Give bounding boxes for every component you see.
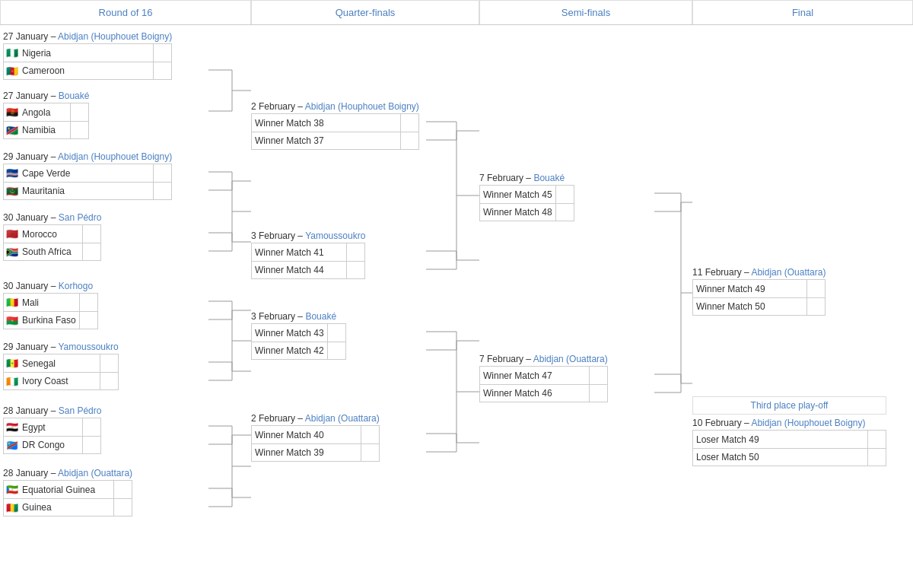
- morocco-flag: 🇲🇦: [4, 228, 19, 240]
- third-place-team1-name: Loser Match 49: [693, 434, 867, 445]
- qf-top-score1: [400, 114, 418, 132]
- r16-match42-score2: [100, 373, 118, 389]
- qf-match4-team1: Winner Match 40: [251, 425, 380, 443]
- angola-flag: 🇦🇴: [4, 106, 19, 118]
- third-place-team2-name: Loser Match 50: [693, 452, 867, 462]
- r16-match43-score1: [79, 294, 97, 311]
- r16-match40-team2: 🇨🇩 DR Congo: [3, 436, 101, 454]
- r16-match44-score2: [82, 243, 100, 260]
- qf-match2-team2: Winner Match 44: [251, 261, 365, 279]
- r16-match37: 🇳🇬 Nigeria 🇨🇲 Cameroon: [3, 43, 172, 80]
- r16-match40-date: 28 January – San Pédro 🇪🇬 Egypt 🇨🇩 DR Co…: [3, 405, 101, 454]
- header-qf: Quarter-finals: [251, 0, 479, 24]
- sf-match1-score1: [555, 186, 574, 203]
- final-date: 11 February – Abidjan (Ouattara) Winner …: [692, 267, 826, 316]
- r16-match39-date: 28 January – Abidjan (Ouattara) 🇬🇶 Equat…: [3, 468, 132, 516]
- third-place-score1: [867, 431, 886, 448]
- qf-top-team2: Winner Match 37: [251, 132, 419, 150]
- r16-match43-team1: 🇲🇱 Mali: [3, 293, 98, 311]
- r16-match42-date: 29 January – Yamoussoukro 🇸🇳 Senegal 🇨🇮 …: [3, 342, 119, 390]
- r16-match41-team1: 🇨🇻 Cape Verde: [3, 164, 172, 182]
- header-r16: Round of 16: [0, 0, 251, 24]
- senegal-flag: 🇸🇳: [4, 358, 19, 369]
- qf-match3-team2: Winner Match 42: [251, 342, 346, 360]
- final-team1-name: Winner Match 49: [693, 284, 806, 294]
- qf-match2-score2: [346, 262, 364, 278]
- qf-top-score2: [400, 132, 418, 149]
- r16-match38-score2: [70, 122, 88, 138]
- r16-match38-team2: 🇳🇦 Namibia: [3, 121, 89, 139]
- r16-match40-team1: 🇪🇬 Egypt: [3, 418, 101, 436]
- ivorycoast-flag: 🇨🇮: [4, 376, 19, 387]
- third-place-score2: [867, 449, 886, 466]
- r16-match38-date: 27 January – Bouaké 🇦🇴 Angola 🇳🇦 Namibia: [3, 91, 89, 139]
- final-team2-name: Winner Match 50: [693, 301, 806, 312]
- r16-match41-date: 29 January – Abidjan (Houphouet Boigny) …: [3, 151, 172, 200]
- mauritania-flag: 🇲🇷: [4, 186, 19, 197]
- r16-match42-score1: [100, 354, 118, 372]
- r16-match39-team1: 🇬🇶 Equatorial Guinea: [3, 480, 132, 498]
- qf-match3-team2-name: Winner Match 42: [252, 345, 327, 356]
- bracket-body: 27 January – Abidjan (Houphouet Boigny) …: [0, 25, 913, 588]
- qf-top-team1-name: Winner Match 38: [252, 118, 400, 129]
- r16-match44-date: 30 January – San Pédro 🇲🇦 Morocco 🇿🇦 Sou…: [3, 212, 101, 261]
- qf-match2-score1: [346, 243, 364, 261]
- sf-match1-date: 7 February – Bouaké Winner Match 45 Winn…: [479, 173, 574, 221]
- r16-match37-team1: 🇳🇬 Nigeria: [3, 43, 172, 62]
- qf-match-top-date: 2 February – Abidjan (Houphouet Boigny) …: [251, 101, 419, 150]
- r16-match41: 🇨🇻 Cape Verde 🇲🇷 Mauritania: [3, 164, 172, 200]
- r16-match44-team2-name: South Africa: [19, 246, 82, 257]
- r16-match37-team2-name: Cameroon: [19, 65, 153, 76]
- r16-match40: 🇪🇬 Egypt 🇨🇩 DR Congo: [3, 418, 101, 454]
- qf-match2-team1: Winner Match 41: [251, 243, 365, 261]
- sf-match1: Winner Match 45 Winner Match 48: [479, 185, 574, 221]
- r16-match41-team2-name: Mauritania: [19, 186, 153, 196]
- sf-match2-score1: [589, 367, 607, 384]
- third-place-match: Loser Match 49 Loser Match 50: [692, 430, 886, 466]
- nigeria-flag: 🇳🇬: [4, 47, 19, 59]
- bracket-container: Round of 16 Quarter-finals Semi-finals F…: [0, 0, 913, 588]
- qf-match4-team2-name: Winner Match 39: [252, 447, 361, 458]
- r16-match40-team2-name: DR Congo: [19, 440, 82, 450]
- r16-match44-score1: [82, 225, 100, 243]
- sf-match1-team2-name: Winner Match 48: [480, 207, 555, 218]
- r16-match44-team1: 🇲🇦 Morocco: [3, 224, 101, 243]
- sf-match1-score2: [555, 204, 574, 221]
- qf-match4-team2: Winner Match 39: [251, 443, 380, 462]
- r16-match38: 🇦🇴 Angola 🇳🇦 Namibia: [3, 103, 89, 139]
- qf-match2-team2-name: Winner Match 44: [252, 265, 346, 275]
- qf-match3-team1-name: Winner Match 43: [252, 328, 327, 338]
- r16-match37-date: 27 January – Abidjan (Houphouet Boigny) …: [3, 31, 172, 80]
- r16-match42: 🇸🇳 Senegal 🇨🇮 Ivory Coast: [3, 354, 119, 390]
- r16-match39-team2-name: Guinea: [19, 502, 113, 513]
- r16-match40-score2: [82, 437, 100, 453]
- sf-match2-team2: Winner Match 46: [479, 384, 608, 402]
- header-final: Final: [692, 0, 913, 24]
- qf-match4: Winner Match 40 Winner Match 39: [251, 425, 380, 462]
- r16-match42-team2: 🇨🇮 Ivory Coast: [3, 372, 119, 390]
- r16-match39-team1-name: Equatorial Guinea: [19, 485, 113, 495]
- r16-match44-team1-name: Morocco: [19, 229, 82, 240]
- sf-match1-team1-name: Winner Match 45: [480, 189, 555, 200]
- qf-match2: Winner Match 41 Winner Match 44: [251, 243, 365, 279]
- mali-flag: 🇲🇱: [4, 297, 19, 308]
- r16-match40-score1: [82, 418, 100, 436]
- qf-match4-date: 2 February – Abidjan (Ouattara) Winner M…: [251, 413, 380, 462]
- r16-match44: 🇲🇦 Morocco 🇿🇦 South Africa: [3, 224, 101, 261]
- cameroon-flag: 🇨🇲: [4, 65, 19, 77]
- r16-match40-team1-name: Egypt: [19, 422, 82, 433]
- r16-match41-team2: 🇲🇷 Mauritania: [3, 182, 172, 200]
- r16-match43: 🇲🇱 Mali 🇧🇫 Burkina Faso: [3, 293, 98, 329]
- r16-match38-team1: 🇦🇴 Angola: [3, 103, 89, 121]
- third-place-team1: Loser Match 49: [692, 430, 886, 448]
- qf-match4-score1: [361, 426, 379, 443]
- r16-match38-team2-name: Namibia: [19, 125, 70, 135]
- r16-match41-team1-name: Cape Verde: [19, 168, 153, 179]
- sf-match1-team2: Winner Match 48: [479, 203, 574, 221]
- r16-match38-team1-name: Angola: [19, 107, 70, 118]
- r16-match39: 🇬🇶 Equatorial Guinea 🇬🇳 Guinea: [3, 480, 132, 516]
- r16-match41-score1: [153, 164, 171, 182]
- sf-match2-team1-name: Winner Match 47: [480, 370, 589, 381]
- r16-match37-score1: [153, 44, 171, 62]
- r16-match44-team2: 🇿🇦 South Africa: [3, 243, 101, 261]
